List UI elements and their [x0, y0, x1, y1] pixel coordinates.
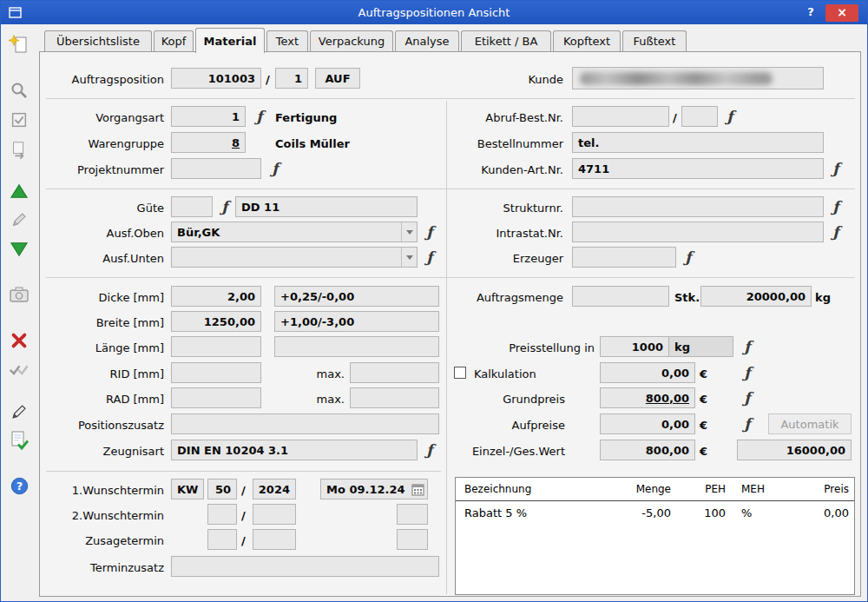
slash-separator: /	[241, 530, 246, 551]
positionszusatz-field[interactable]	[171, 413, 439, 434]
auftragsposition-field[interactable]: 101003	[171, 68, 261, 89]
einzelwert-field[interactable]: 800,00	[600, 440, 695, 460]
dicke-toleranz-field[interactable]: +0,25/-0,00	[274, 286, 439, 307]
zeugnisart-field[interactable]: DIN EN 10204 3.1	[171, 440, 418, 460]
close-button[interactable]: ×	[825, 4, 858, 22]
function-icon[interactable]: ƒ	[829, 198, 843, 215]
strukturnr-field[interactable]	[572, 196, 824, 217]
breite-field[interactable]: 1250,00	[171, 311, 261, 332]
ausf-oben-dropdown[interactable]: Bür,GK	[171, 222, 418, 242]
zusagetermin-datum-field[interactable]	[397, 529, 428, 550]
erzeuger-field[interactable]	[572, 247, 676, 268]
tab-analyse[interactable]: Analyse	[395, 30, 459, 51]
projektnummer-field[interactable]	[171, 158, 261, 179]
gesamtwert-field[interactable]: 16000,00	[737, 440, 852, 460]
zusagetermin-jahr-field[interactable]	[253, 529, 296, 550]
ausf-oben-label: Ausf.Oben	[44, 222, 164, 243]
grundpreis-field[interactable]: 800,00	[600, 387, 695, 408]
confirm-icon[interactable]	[7, 357, 31, 381]
wunschtermin2-jahr-field[interactable]	[253, 504, 296, 525]
function-icon[interactable]: ƒ	[253, 108, 266, 125]
save-document-icon[interactable]	[7, 428, 31, 453]
function-icon[interactable]: ƒ	[829, 223, 843, 241]
pencil-icon[interactable]	[7, 400, 31, 424]
kunde-field[interactable]	[572, 67, 824, 89]
wunschtermin2-datum-field[interactable]	[397, 504, 428, 525]
help-button[interactable]: ?	[803, 5, 819, 21]
abruf-bestnr-field-1[interactable]	[572, 106, 669, 127]
tab-text[interactable]: Text	[266, 30, 308, 51]
tab-material[interactable]: Material	[195, 28, 265, 53]
guete-code-field[interactable]	[171, 196, 213, 217]
title-bar[interactable]: Auftragspositionen Ansicht ? ×	[1, 1, 867, 24]
rid-field[interactable]	[171, 362, 261, 383]
new-record-icon[interactable]	[7, 32, 31, 56]
bestellnummer-field[interactable]: tel.	[572, 132, 824, 153]
move-down-icon[interactable]	[7, 237, 31, 261]
tab-verpackung[interactable]: Verpackung	[310, 30, 393, 51]
slash-separator: /	[241, 480, 246, 500]
function-icon[interactable]: ƒ	[681, 248, 695, 266]
abruf-bestnr-field-2[interactable]	[681, 106, 718, 127]
rid-max-field[interactable]	[350, 362, 439, 383]
function-icon[interactable]: ƒ	[268, 160, 282, 177]
rad-max-field[interactable]	[350, 387, 439, 408]
breite-toleranz-field[interactable]: +1,00/-3,00	[274, 311, 439, 332]
function-icon[interactable]: ƒ	[829, 160, 843, 177]
function-icon[interactable]: ƒ	[740, 415, 754, 433]
guete-text-field[interactable]: DD 11	[235, 196, 418, 217]
help-icon[interactable]: ?	[7, 473, 31, 498]
wunschtermin1-kw-field[interactable]: 50	[207, 479, 237, 499]
kalkulation-field[interactable]: 0,00	[600, 362, 695, 383]
camera-icon[interactable]	[7, 282, 31, 307]
chevron-down-icon[interactable]	[401, 222, 417, 241]
rad-label: RAD [mm]	[44, 388, 164, 409]
kalkulation-checkbox[interactable]	[454, 367, 466, 379]
divider	[46, 471, 441, 472]
wunschtermin1-datum-field[interactable]: Mo 09.12.24	[320, 479, 428, 499]
intrastat-field[interactable]	[572, 222, 824, 242]
delete-icon[interactable]	[7, 328, 31, 353]
tab-kopf[interactable]: Kopf	[154, 30, 194, 51]
laenge-toleranz-field[interactable]	[274, 336, 439, 357]
move-up-icon[interactable]	[7, 179, 31, 203]
calendar-icon[interactable]	[411, 483, 424, 499]
wunschtermin1-jahr-field[interactable]: 2024	[253, 479, 296, 499]
table-row[interactable]: Rabatt 5 % -5,00 100 % 0,00	[456, 501, 854, 525]
send-icon[interactable]	[7, 137, 31, 162]
function-icon[interactable]: ƒ	[740, 338, 754, 355]
function-icon[interactable]: ƒ	[218, 198, 232, 215]
preisstellung-field[interactable]: 1000	[600, 336, 669, 357]
automatik-button[interactable]: Automatik	[768, 413, 852, 434]
tab-etikett-ba[interactable]: Etikett / BA	[461, 30, 551, 51]
ausf-unten-dropdown[interactable]	[171, 247, 418, 268]
auftragsmenge-kg-field[interactable]: 20000,00	[700, 286, 812, 307]
function-icon[interactable]: ƒ	[740, 389, 754, 407]
auftragsmenge-stk-field[interactable]	[572, 286, 669, 307]
search-icon[interactable]	[7, 78, 31, 103]
tab-uebersichtsliste[interactable]: Übersichtsliste	[44, 30, 152, 51]
edit-icon[interactable]	[7, 208, 31, 232]
function-icon[interactable]: ƒ	[740, 364, 754, 381]
kunden-artnr-field[interactable]: 4711	[572, 158, 824, 179]
wunschtermin2-kw-field[interactable]	[207, 504, 237, 525]
auftragsart-field[interactable]: AUF	[315, 68, 360, 89]
preisstellung-unit-field[interactable]: kg	[668, 336, 733, 357]
terminzusatz-field[interactable]	[171, 556, 439, 577]
auftragsmenge-label: Auftragsmenge	[435, 287, 563, 308]
chevron-down-icon[interactable]	[401, 248, 417, 267]
tab-fusstext[interactable]: Fußtext	[622, 30, 687, 51]
laenge-field[interactable]	[171, 336, 261, 357]
function-icon[interactable]: ƒ	[723, 108, 737, 125]
warengruppe-field[interactable]: 8	[171, 132, 246, 153]
rad-field[interactable]	[171, 387, 261, 408]
zusagetermin-kw-field[interactable]	[207, 529, 237, 550]
tab-kopftext[interactable]: Kopftext	[553, 30, 621, 51]
cell-menge: -5,00	[603, 506, 676, 519]
position-nr-field[interactable]: 1	[275, 68, 308, 89]
app-window: Auftragspositionen Ansicht ? ×	[0, 0, 868, 602]
dicke-field[interactable]: 2,00	[171, 286, 261, 307]
checklist-icon[interactable]	[7, 108, 31, 132]
vorgangsart-field[interactable]: 1	[171, 106, 246, 127]
aufpreise-field[interactable]: 0,00	[600, 413, 695, 434]
